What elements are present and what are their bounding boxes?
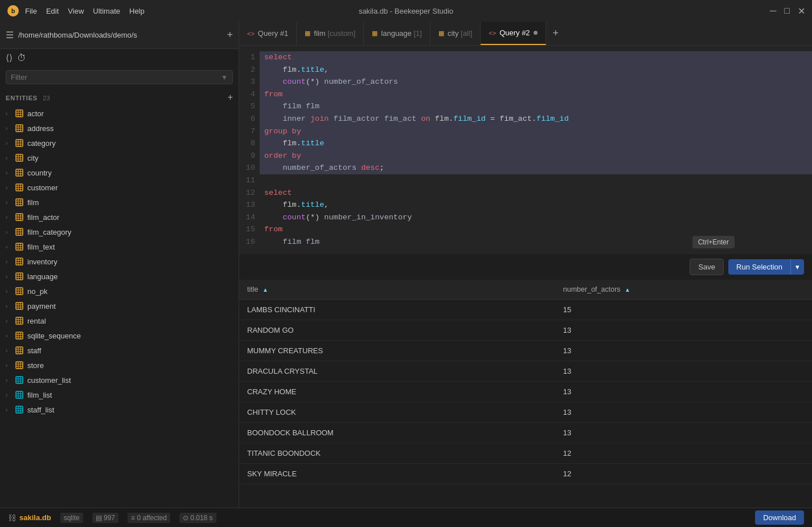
table-icon: [15, 331, 24, 340]
sidebar-filter-wrap: ▼: [0, 67, 239, 88]
table-row[interactable]: MUMMY CREATURES13: [239, 340, 812, 361]
sidebar: ☰ /home/rathboma/Downloads/demo/s + ⟨⟩ ⏱…: [0, 22, 239, 508]
menu-help[interactable]: Help: [129, 7, 145, 15]
sidebar-item-film_actor[interactable]: ›film_actor: [0, 210, 239, 224]
table-row[interactable]: TITANIC BOONDOCK12: [239, 443, 812, 463]
menu-ultimate[interactable]: Ultimate: [93, 7, 120, 15]
tab-film-label: film [custom]: [314, 29, 355, 38]
tab-film[interactable]: ▦ film [custom]: [297, 22, 364, 45]
tab-query1[interactable]: <> Query #1: [239, 22, 297, 45]
entity-name-label: film: [27, 198, 39, 207]
query-toolbar: Ctrl+Enter Save Run Selection ▾: [239, 254, 812, 280]
sidebar-item-staff_list[interactable]: ›staff_list: [0, 402, 239, 417]
sidebar-item-inventory[interactable]: ›inventory: [0, 254, 239, 269]
menu-file[interactable]: File: [25, 7, 37, 15]
table-row[interactable]: CRAZY HOME13: [239, 381, 812, 402]
table-row[interactable]: SKY MIRACLE12: [239, 463, 812, 484]
table-row[interactable]: BOONDOCK BALLROOM13: [239, 422, 812, 443]
chevron-right-icon: ›: [6, 244, 11, 250]
titlebar: b File Edit View Ultimate Help sakila.db…: [0, 0, 812, 22]
view-icon: [15, 405, 24, 414]
result-title: MUMMY CREATURES: [239, 340, 555, 361]
result-title: CHITTY LOCK: [239, 402, 555, 422]
sidebar-item-film_category[interactable]: ›film_category: [0, 224, 239, 239]
table-row[interactable]: LAMBS CINCINATTI15: [239, 299, 812, 320]
sidebar-item-actor[interactable]: ›actor: [0, 106, 239, 121]
sidebar-item-film[interactable]: ›film: [0, 195, 239, 210]
window-title: sakila.db - Beekeeper Studio: [359, 7, 453, 15]
table-icon: [15, 124, 24, 133]
sidebar-item-film_list[interactable]: ›film_list: [0, 387, 239, 402]
new-tab-button[interactable]: +: [546, 27, 566, 39]
sidebar-item-city[interactable]: ›city: [0, 150, 239, 165]
sidebar-item-country[interactable]: ›country: [0, 165, 239, 180]
table-row[interactable]: RANDOM GO13: [239, 320, 812, 340]
tab-language[interactable]: ▦ language [1]: [364, 22, 430, 45]
sidebar-item-language[interactable]: ›language: [0, 269, 239, 284]
sidebar-menu-icon[interactable]: ☰: [6, 30, 14, 40]
chevron-right-icon: ›: [6, 199, 11, 206]
svg-text:b: b: [11, 7, 15, 14]
download-button[interactable]: Download: [755, 510, 804, 525]
results-table: title ▲ number_of_actors ▲ LAMBS CINCINA…: [239, 280, 812, 484]
tab-query2[interactable]: <> Query #2: [481, 22, 546, 45]
entities-add-button[interactable]: +: [228, 92, 233, 103]
view-icon: [15, 390, 24, 399]
entity-name-label: customer_list: [27, 376, 71, 385]
run-dropdown-button[interactable]: ▾: [790, 259, 804, 275]
minimize-button[interactable]: ─: [770, 6, 776, 17]
table-row[interactable]: CHITTY LOCK13: [239, 402, 812, 422]
code-line-2: flm.title,: [260, 64, 812, 76]
svg-rect-32: [16, 199, 23, 206]
code-line-15: from: [260, 223, 812, 236]
sidebar-item-payment[interactable]: ›payment: [0, 299, 239, 313]
svg-rect-92: [16, 377, 23, 383]
code-editor[interactable]: 12345 678910 1112131415 16 select flm.ti…: [239, 46, 812, 254]
filter-input[interactable]: [11, 73, 221, 81]
sidebar-item-store[interactable]: ›store: [0, 358, 239, 373]
entity-name-label: payment: [27, 302, 56, 311]
result-title: BOONDOCK BALLROOM: [239, 422, 555, 443]
sidebar-item-category[interactable]: ›category: [0, 136, 239, 150]
table-icon: ▦: [305, 30, 310, 37]
sidebar-item-film_text[interactable]: ›film_text: [0, 239, 239, 254]
svg-rect-42: [16, 228, 23, 235]
menu-edit[interactable]: Edit: [46, 7, 59, 15]
result-count: 13: [555, 381, 812, 402]
sidebar-item-staff[interactable]: ›staff: [0, 343, 239, 358]
run-selection-button[interactable]: Run Selection: [728, 259, 790, 275]
result-count: 13: [555, 340, 812, 361]
save-button[interactable]: Save: [690, 259, 724, 275]
chevron-right-icon: ›: [6, 185, 11, 191]
sidebar-item-customer[interactable]: ›customer: [0, 180, 239, 195]
col-title[interactable]: title ▲: [239, 280, 555, 300]
sidebar-item-sqlite_sequence[interactable]: ›sqlite_sequence: [0, 328, 239, 343]
sidebar-item-no_pk[interactable]: ›no_pk: [0, 284, 239, 299]
chevron-right-icon: ›: [6, 125, 11, 132]
col-number-of-actors[interactable]: number_of_actors ▲: [555, 280, 812, 300]
sidebar-item-rental[interactable]: ›rental: [0, 313, 239, 328]
table-icon: ▦: [372, 30, 378, 37]
tab-city[interactable]: ▦ city [all]: [430, 22, 481, 45]
query-icon: <>: [489, 30, 496, 36]
result-title: LAMBS CINCINATTI: [239, 299, 555, 320]
results-body: LAMBS CINCINATTI15RANDOM GO13MUMMY CREAT…: [239, 299, 812, 484]
rows-icon: ▤: [96, 514, 102, 522]
entity-name-label: film_text: [27, 243, 55, 251]
statusbar: ⛓ sakila.db sqlite ▤ 997 ≡ 0 affected ⊙ …: [0, 508, 812, 527]
sidebar-add-connection-button[interactable]: +: [227, 29, 233, 41]
close-button[interactable]: ✕: [798, 6, 805, 17]
sidebar-history-icon[interactable]: ⏱: [17, 53, 26, 63]
menu-view[interactable]: View: [68, 7, 84, 15]
entity-name-label: staff: [27, 346, 41, 355]
maximize-button[interactable]: □: [784, 6, 790, 17]
menu-bar: File Edit View Ultimate Help: [25, 7, 145, 15]
entity-name-label: store: [27, 361, 44, 370]
db-link-icon: ⛓: [8, 513, 16, 522]
sidebar-nav-icon[interactable]: ⟨⟩: [6, 52, 13, 63]
sidebar-item-address[interactable]: ›address: [0, 121, 239, 136]
sidebar-item-customer_list[interactable]: ›customer_list: [0, 373, 239, 387]
entities-label: ENTITIES: [6, 95, 38, 101]
table-icon: [15, 361, 24, 370]
table-row[interactable]: DRACULA CRYSTAL13: [239, 361, 812, 381]
